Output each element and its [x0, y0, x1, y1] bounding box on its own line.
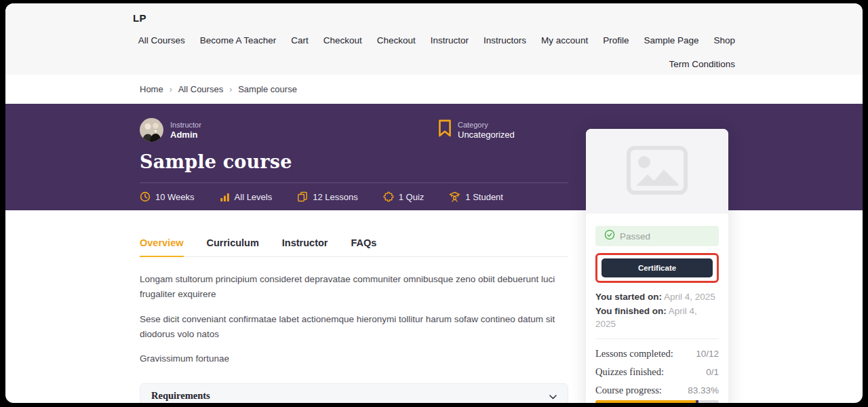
nav-cart[interactable]: Cart — [291, 35, 309, 45]
tab-faqs[interactable]: FAQs — [351, 237, 377, 256]
lessons-completed-row: Lessons completed: 10/12 — [595, 348, 719, 360]
nav-all-courses[interactable]: All Courses — [138, 35, 185, 45]
quiz-icon — [383, 191, 394, 202]
status-badge: Passed — [595, 226, 719, 246]
overview-paragraph: Longam stultorum principium consideret d… — [140, 272, 568, 302]
card-body: Passed Certificate You started on: April… — [586, 214, 728, 403]
site-header: LP All Courses Become A Teacher Cart Che… — [5, 3, 863, 75]
course-dates: You started on: April 4, 2025 You finish… — [595, 290, 719, 330]
primary-nav: All Courses Become A Teacher Cart Checko… — [138, 35, 735, 45]
finished-on-row: You finished on: April 4, 2025 — [595, 305, 719, 330]
browser-page: LP All Courses Become A Teacher Cart Che… — [5, 3, 863, 403]
student-icon — [449, 191, 460, 202]
levels-icon — [220, 192, 230, 202]
tab-curriculum[interactable]: Curriculum — [207, 237, 259, 256]
course-thumbnail-placeholder — [586, 129, 728, 214]
annotation-highlight-red: Certificate — [595, 253, 719, 283]
overview-paragraph: Sese dicit conveniant confirmatae labet … — [140, 312, 568, 342]
course-title: Sample course — [140, 151, 568, 172]
started-on-value: April 4, 2025 — [662, 292, 715, 302]
course-progress-label: Course progress: — [595, 385, 662, 396]
meta-level: All Levels — [220, 191, 273, 202]
tab-overview[interactable]: Overview — [140, 237, 184, 257]
progress-bar-fill — [595, 400, 698, 403]
nav-checkout-1[interactable]: Checkout — [323, 35, 362, 45]
course-progress-value: 83.33% — [688, 385, 719, 395]
started-on-row: You started on: April 4, 2025 — [595, 290, 719, 303]
started-on-label: You started on: — [595, 292, 662, 302]
nav-instructors[interactable]: Instructors — [484, 35, 526, 45]
nav-instructor[interactable]: Instructor — [431, 35, 469, 45]
site-logo[interactable]: LP — [133, 12, 146, 24]
quizzes-finished-value: 0/1 — [706, 367, 719, 377]
category-label: Category — [458, 120, 515, 130]
meta-quiz: 1 Quiz — [383, 191, 425, 202]
secondary-nav: Term Conditions — [669, 59, 735, 69]
category-value[interactable]: Uncategorized — [458, 130, 515, 140]
clock-icon — [140, 191, 151, 202]
breadcrumb-separator: › — [170, 85, 172, 94]
breadcrumb-home[interactable]: Home — [140, 84, 163, 94]
lessons-completed-value: 10/12 — [696, 349, 719, 359]
course-sidebar-card: Passed Certificate You started on: April… — [586, 129, 728, 403]
finished-on-label: You finished on: — [595, 306, 667, 316]
bookmark-icon — [438, 119, 452, 140]
course-tabs: Overview Curriculum Instructor FAQs — [140, 237, 568, 257]
instructor-label: Instructor — [170, 120, 201, 130]
lessons-icon — [297, 191, 308, 202]
meta-quiz-label: 1 Quiz — [399, 192, 425, 202]
instructor-avatar — [140, 118, 163, 142]
progress-bar — [595, 400, 719, 403]
breadcrumb-current: Sample course — [238, 84, 297, 94]
category-block[interactable]: Category Uncategorized — [438, 119, 515, 140]
meta-level-label: All Levels — [235, 192, 273, 202]
status-badge-label: Passed — [620, 231, 650, 241]
meta-duration-label: 10 Weeks — [155, 192, 195, 202]
nav-my-account[interactable]: My account — [541, 35, 588, 45]
course-hero: Instructor Admin Category Uncategorized — [5, 104, 863, 210]
requirements-title: Requirements — [151, 390, 210, 402]
breadcrumb-all-courses[interactable]: All Courses — [178, 84, 223, 94]
quizzes-finished-row: Quizzes finished: 0/1 — [595, 366, 719, 378]
instructor-block[interactable]: Instructor Admin — [140, 118, 201, 142]
hero-divider — [140, 182, 568, 183]
course-main: Overview Curriculum Instructor FAQs Long… — [140, 237, 568, 403]
nav-become-a-teacher[interactable]: Become A Teacher — [200, 35, 276, 45]
requirements-accordion[interactable]: Requirements — [140, 383, 568, 403]
meta-students: 1 Student — [449, 191, 503, 202]
image-placeholder-icon — [626, 145, 688, 198]
tab-instructor[interactable]: Instructor — [282, 237, 328, 256]
meta-duration: 10 Weeks — [140, 191, 195, 202]
breadcrumb-separator: › — [229, 85, 232, 94]
course-meta: 10 Weeks All Levels 12 Lessons — [140, 191, 568, 202]
card-divider — [595, 338, 719, 339]
certificate-button[interactable]: Certificate — [601, 258, 713, 277]
quizzes-finished-label: Quizzes finished: — [595, 366, 664, 378]
nav-term-conditions[interactable]: Term Conditions — [669, 59, 735, 69]
breadcrumb: Home › All Courses › Sample course — [5, 75, 863, 104]
overview-paragraph: Gravissimum fortunae — [140, 351, 568, 366]
nav-sample-page[interactable]: Sample Page — [644, 35, 698, 45]
instructor-name[interactable]: Admin — [170, 130, 201, 140]
meta-lessons: 12 Lessons — [297, 191, 358, 202]
nav-checkout-2[interactable]: Checkout — [377, 35, 416, 45]
meta-students-label: 1 Student — [465, 192, 503, 202]
lessons-completed-label: Lessons completed: — [595, 348, 673, 360]
chevron-down-icon — [549, 390, 557, 402]
meta-lessons-label: 12 Lessons — [313, 192, 358, 202]
nav-shop[interactable]: Shop — [713, 35, 735, 45]
check-circle-icon — [604, 229, 615, 243]
course-progress-row: Course progress: 83.33% — [595, 385, 719, 396]
nav-profile[interactable]: Profile — [603, 35, 629, 45]
progress-bar-marker — [696, 400, 698, 403]
